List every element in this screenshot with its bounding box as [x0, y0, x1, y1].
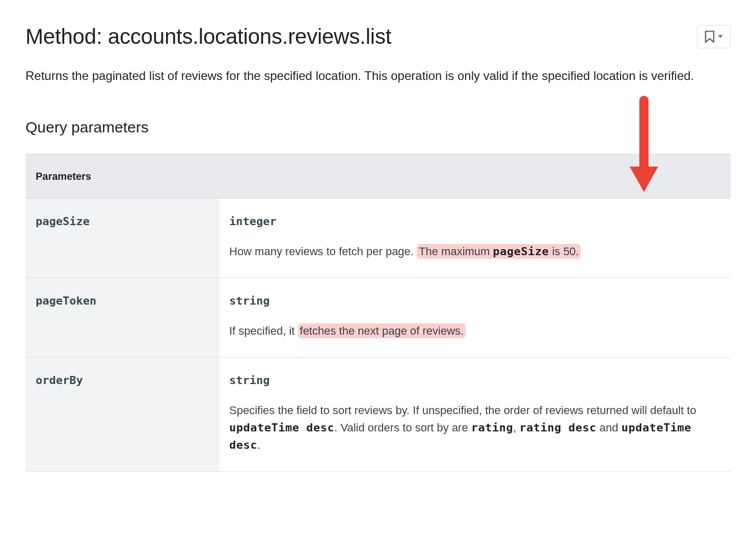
param-description: Specifies the field to sort reviews by. … [229, 402, 720, 454]
inline-code: rating desc [520, 421, 597, 434]
inline-code: rating [471, 421, 513, 434]
highlight: The maximum pageSize is 50. [417, 244, 581, 259]
param-name: pageToken [25, 278, 219, 358]
table-row: pageToken string If specified, it fetche… [25, 278, 731, 358]
parameters-table: Parameters pageSize integer How many rev… [25, 154, 731, 472]
param-description: How many reviews to fetch per page. The … [229, 243, 720, 260]
desc-text: Specifies the field to sort reviews by. … [229, 404, 696, 417]
desc-text: The maximum [419, 245, 493, 258]
param-type: string [229, 372, 720, 389]
desc-text: . [257, 439, 260, 451]
param-desc-cell: string Specifies the field to sort revie… [219, 358, 731, 472]
param-type: integer [229, 213, 720, 230]
inline-code: updateTime desc [229, 421, 334, 434]
desc-text: and [597, 421, 622, 434]
table-row: pageSize integer How many reviews to fet… [25, 199, 731, 278]
desc-text: is 50. [549, 245, 579, 258]
desc-text: If specified, it [229, 324, 298, 337]
section-title: Query parameters [25, 116, 731, 139]
page-title: Method: accounts.locations.reviews.list [25, 20, 391, 52]
table-header: Parameters [25, 154, 731, 199]
inline-code: pageSize [493, 245, 549, 258]
param-name: orderBy [25, 358, 219, 472]
highlight: fetches the next page of reviews. [298, 323, 466, 338]
bookmark-button[interactable] [697, 25, 731, 48]
method-description: Returns the paginated list of reviews fo… [25, 67, 731, 85]
desc-text: How many reviews to fetch per page. [229, 245, 417, 258]
param-description: If specified, it fetches the next page o… [229, 322, 720, 340]
desc-text: . Valid orders to sort by are [334, 421, 471, 434]
param-desc-cell: integer How many reviews to fetch per pa… [219, 199, 731, 278]
param-name: pageSize [25, 199, 219, 278]
table-row: orderBy string Specifies the field to so… [25, 358, 731, 472]
caret-down-icon [718, 35, 723, 38]
bookmark-icon [705, 31, 715, 43]
param-type: string [229, 292, 720, 309]
param-desc-cell: string If specified, it fetches the next… [219, 278, 731, 358]
desc-text: , [513, 421, 519, 434]
